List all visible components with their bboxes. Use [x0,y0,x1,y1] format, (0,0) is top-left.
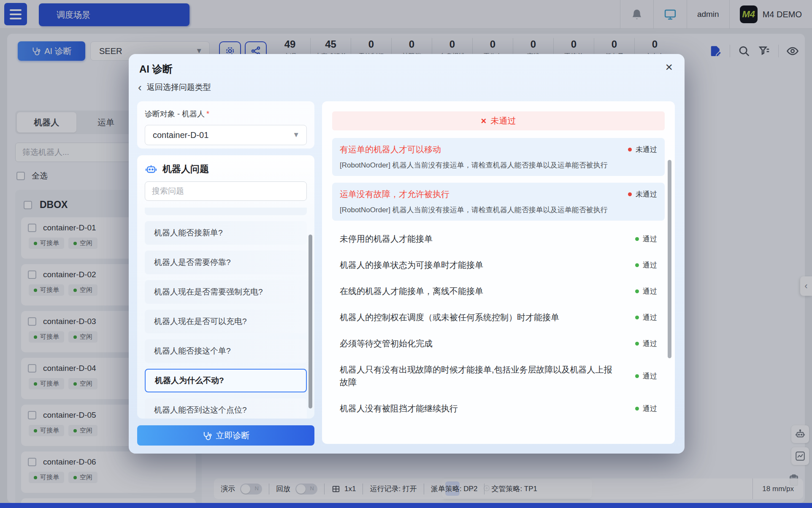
question-item[interactable]: 机器人为什么不动? [145,369,307,392]
question-item[interactable]: 机器人现在是否可以充电? [145,310,307,333]
chevron-down-icon: ▼ [292,131,300,139]
status-dot [628,148,632,151]
close-icon[interactable]: × [665,61,673,73]
robot-select[interactable]: container-D-01 ▼ [145,125,307,145]
rule-status: 通过 [635,234,657,244]
status-dot [635,289,639,293]
rule-title: 必须等待交管初始化完成 [340,337,433,350]
rule-status: 通过 [635,339,657,349]
question-item[interactable]: 机器人现在是否需要强制充电? [145,280,307,304]
result-list: 有运单的机器人才可以移动 未通过 [RobotNoOrder] 机器人当前没有接… [332,138,665,420]
rule-title: 机器人的控制权在调度（或未被任何系统控制）时才能接单 [340,311,559,324]
question-item-partial[interactable] [145,208,307,215]
question-item[interactable]: 机器人能否接新单? [145,221,307,245]
chevron-left-icon: ‹ [138,83,142,92]
result-item: 有运单的机器人才可以移动 未通过 [RobotNoOrder] 机器人当前没有接… [332,138,665,176]
scrollbar-thumb[interactable] [309,235,312,408]
rule-status: 通过 [635,313,657,322]
app-window: 调度场景 admin M4 M4 DEMO AI 诊断 [0,0,812,508]
status-dot [628,192,632,196]
status-dot [635,342,639,346]
result-banner: × 未通过 [332,111,665,130]
result-item: 机器人的控制权在调度（或未被任何系统控制）时才能接单 通过 [332,306,665,329]
diagnose-now-button[interactable]: 立即诊断 [137,425,314,446]
back-to-question-types[interactable]: ‹ 返回选择问题类型 [138,82,211,93]
result-item: 必须等待交管初始化完成 通过 [332,332,665,355]
status-dot [635,263,639,267]
robot-questions-panel: 机器人问题 搜索问题 机器人能否接新单?机器人是否需要停靠?机器人现在是否需要强… [137,155,314,419]
diagnosis-results-panel: × 未通过 有运单的机器人才可以移动 未通过 [RobotNoOrder] 机器… [322,101,675,444]
rule-title: 机器人的接单状态为可接单时才能接单 [340,259,483,271]
result-item: 在线的机器人才能接单，离线不能接单 通过 [332,280,665,303]
rule-title: 运单没有故障，才允许被执行 [340,189,449,200]
robot-select-value: container-D-01 [153,130,208,140]
question-item[interactable]: 机器人是否需要停靠? [145,251,307,274]
question-list: 机器人能否接新单?机器人是否需要停靠?机器人现在是否需要强制充电?机器人现在是否… [137,201,314,419]
question-item[interactable]: 机器人能否接这个单? [145,339,307,363]
status-dot [635,407,639,411]
required-asterisk: * [206,110,209,118]
questions-title: 机器人问题 [162,163,209,176]
result-item: 机器人没有被阻挡才能继续执行 通过 [332,397,665,420]
result-item: 未停用的机器人才能接单 通过 [332,227,665,250]
rule-status: 通过 [635,286,657,296]
result-item: 机器人的接单状态为可接单时才能接单 通过 [332,254,665,276]
ai-diagnosis-modal: AI 诊断 × ‹ 返回选择问题类型 诊断对象 - 机器人* container… [129,54,685,454]
rule-title: 在线的机器人才能接单，离线不能接单 [340,285,483,297]
robot-icon [145,163,157,176]
rule-status: 未通过 [628,189,657,199]
fail-x-icon: × [481,116,487,127]
status-dot [635,374,639,378]
rule-title: 未停用的机器人才能接单 [340,232,433,245]
rule-status: 通过 [635,404,657,413]
scrollbar-thumb[interactable] [668,160,671,358]
status-dot [635,316,639,319]
result-item: 机器人只有没有出现故障的时候才能接单,包括业务层故障以及机器人上报故障 通过 [332,358,665,394]
question-item[interactable]: 机器人能否到达这个点位? [145,398,307,419]
stethoscope-icon [202,431,212,440]
rule-status: 未通过 [628,145,657,154]
question-search-input[interactable]: 搜索问题 [145,181,307,201]
rule-title: 机器人没有被阻挡才能继续执行 [340,402,458,415]
rule-title: 机器人只有没有出现故障的时候才能接单,包括业务层故障以及机器人上报故障 [340,363,618,389]
target-label: 诊断对象 - 机器人* [145,109,307,119]
rule-description: [RobotNoOrder] 机器人当前没有接运单，请检查机器人能否接单以及运单… [340,205,657,215]
rule-title: 有运单的机器人才可以移动 [340,144,441,155]
placeholder-text: 搜索问题 [152,186,184,197]
result-item: 运单没有故障，才允许被执行 未通过 [RobotNoOrder] 机器人当前没有… [332,183,665,221]
modal-title: AI 诊断 [139,62,173,76]
status-dot [635,237,639,241]
modal-left-column: 诊断对象 - 机器人* container-D-01 ▼ 机器人问题 搜索问题 … [137,101,314,446]
questions-header: 机器人问题 [137,155,314,176]
diagnosis-target-panel: 诊断对象 - 机器人* container-D-01 ▼ [137,101,314,149]
rule-status: 通过 [635,260,657,270]
rule-status: 通过 [635,371,657,381]
rule-description: [RobotNoOrder] 机器人当前没有接运单，请检查机器人能否接单以及运单… [340,160,657,170]
